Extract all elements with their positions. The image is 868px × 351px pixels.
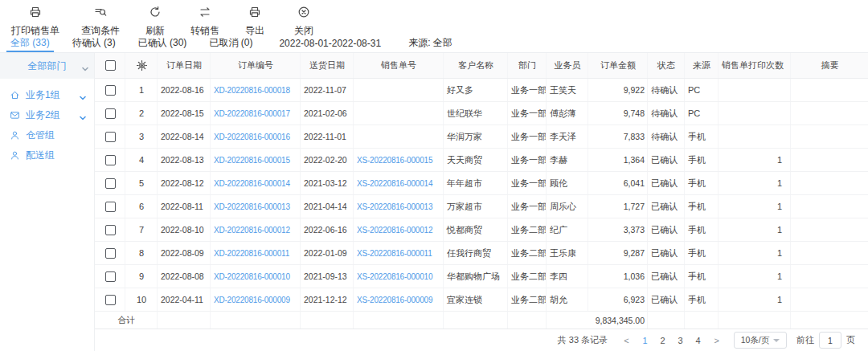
order-amount-cell: 7,833	[588, 125, 648, 148]
table-body: 1 2022-08-16 XD-20220816-000018 2022-11-…	[95, 79, 868, 312]
page-size-select[interactable]: 10条/页	[734, 332, 787, 349]
table-row: 4 2022-08-13 XD-20220816-000015 2022-02-…	[95, 149, 868, 172]
table-row: 6 2022-08-11 XD-20220816-000013 2021-04-…	[95, 195, 868, 218]
row-checkbox[interactable]	[105, 108, 116, 119]
row-number-cell: 6	[125, 195, 158, 218]
header-checkbox-cell	[95, 53, 125, 78]
sales-no-link[interactable]: XS-20220816-000015	[354, 149, 444, 171]
order-no-link[interactable]: XD-20220816-000013	[211, 195, 301, 218]
sidebar-item-label: 配送组	[26, 149, 55, 162]
sidebar-item-warehouse[interactable]: 仓管组	[0, 125, 94, 145]
sidebar-item-label: 仓管组	[26, 129, 55, 142]
order-date-cell: 2022-08-11	[158, 195, 211, 218]
row-checkbox[interactable]	[105, 295, 116, 305]
row-checkbox-cell	[95, 218, 125, 241]
row-checkbox[interactable]	[105, 132, 116, 142]
order-no-link[interactable]: XD-20220816-000018	[211, 79, 301, 101]
order-no-link[interactable]: XD-20220816-000009	[211, 288, 301, 311]
column-header-order-no[interactable]: 订单编号	[211, 53, 301, 78]
row-number-cell: 2	[125, 102, 158, 124]
order-no-link[interactable]: XD-20220816-000017	[211, 102, 301, 124]
order-amount-cell: 9,748	[588, 102, 648, 124]
row-checkbox[interactable]	[105, 202, 116, 212]
sidebar-item-group2[interactable]: 业务2组	[0, 105, 94, 125]
query-conditions-button[interactable]: 查询条件	[81, 6, 120, 38]
column-header-source[interactable]: 来源	[685, 53, 719, 78]
status-cell: 已确认	[648, 288, 685, 311]
column-header-print-count[interactable]: 销售单打印次数	[719, 53, 791, 78]
row-checkbox[interactable]	[105, 178, 116, 189]
delivery-date-cell: 2021-03-12	[301, 172, 354, 194]
next-page-arrow[interactable]: >	[711, 336, 723, 345]
source-filter[interactable]: 来源: 全部	[408, 34, 452, 52]
select-all-checkbox[interactable]	[105, 60, 116, 71]
filter-tab[interactable]: 已确认 (30)	[134, 34, 191, 52]
column-header-order-date[interactable]: 订单日期	[158, 53, 211, 78]
row-checkbox[interactable]	[105, 85, 116, 96]
transfer-to-sales-button[interactable]: 转销售	[190, 6, 219, 38]
sales-no-link[interactable]: XS-20220816-000014	[354, 172, 444, 194]
toolbar: 打印销售单 查询条件 刷新 转销售 导出 关闭	[0, 0, 868, 34]
column-header-delivery-date[interactable]: 送货日期	[301, 53, 354, 78]
export-button[interactable]: 导出	[241, 6, 268, 38]
order-no-link[interactable]: XD-20220816-000015	[211, 149, 301, 171]
table-row: 9 2022-08-08 XD-20220816-000010 2021-09-…	[95, 265, 868, 288]
source-cell: 手机	[685, 195, 719, 218]
customer-name-cell: 天天商贸	[444, 149, 508, 171]
order-no-link[interactable]: XD-20220816-000010	[211, 265, 301, 288]
page-button[interactable]: 1	[637, 334, 653, 347]
row-number-cell: 7	[125, 218, 158, 241]
chevron-down-icon	[80, 92, 86, 99]
order-no-link[interactable]: XD-20220816-000012	[211, 218, 301, 241]
sales-no-link[interactable]	[354, 79, 444, 101]
sales-no-link[interactable]	[354, 102, 444, 124]
row-checkbox-cell	[95, 172, 125, 194]
source-cell: 手机	[685, 288, 719, 311]
order-no-link[interactable]: XD-20220816-000011	[211, 242, 301, 264]
prev-page-arrow[interactable]: <	[620, 336, 632, 345]
sales-no-link[interactable]: XS-20220816-000011	[354, 242, 444, 264]
sales-no-link[interactable]: XS-20220816-000013	[354, 195, 444, 218]
row-checkbox[interactable]	[105, 155, 116, 165]
filter-tab[interactable]: 全部 (33)	[6, 34, 54, 52]
column-header-status[interactable]: 状态	[648, 53, 685, 78]
filter-tab[interactable]: 已取消 (0)	[205, 34, 256, 52]
print-count-cell: 1	[719, 218, 791, 241]
sales-no-link[interactable]: XS-20220816-000012	[354, 218, 444, 241]
sidebar-item-delivery[interactable]: 配送组	[0, 145, 94, 165]
sales-no-link[interactable]: XS-20220816-000009	[354, 288, 444, 311]
print-sales-order-button[interactable]: 打印销售单	[11, 6, 59, 38]
sales-no-link[interactable]	[354, 125, 444, 148]
gear-icon[interactable]	[136, 59, 148, 71]
order-no-link[interactable]: XD-20220816-000016	[211, 125, 301, 148]
column-header-sales-no[interactable]: 销售单号	[354, 53, 444, 78]
print-count-cell: 1	[719, 242, 791, 264]
page-button[interactable]: 3	[673, 334, 689, 347]
user-icon	[10, 130, 20, 141]
column-header-salesperson[interactable]: 业务员	[547, 53, 588, 78]
date-range-filter[interactable]: 2022-08-01-2022-08-31	[279, 34, 381, 52]
order-date-cell: 2022-08-08	[158, 265, 211, 288]
sidebar-item-group1[interactable]: 业务1组	[0, 85, 94, 105]
customer-name-cell: 世纪联华	[444, 102, 508, 124]
sales-no-link[interactable]: XS-20220816-000010	[354, 265, 444, 288]
department-selector[interactable]: 全部部门	[0, 53, 94, 79]
row-checkbox[interactable]	[105, 248, 116, 259]
column-header-department[interactable]: 部门	[508, 53, 547, 78]
refresh-button[interactable]: 刷新	[141, 6, 169, 38]
row-checkbox[interactable]	[105, 225, 116, 235]
order-no-link[interactable]: XD-20220816-000014	[211, 172, 301, 194]
column-header-customer[interactable]: 客户名称	[444, 53, 508, 78]
row-checkbox[interactable]	[105, 271, 116, 282]
filter-tab[interactable]: 待确认 (3)	[68, 34, 120, 52]
column-header-amount[interactable]: 订单金额	[588, 53, 648, 78]
column-header-summary[interactable]: 摘要	[791, 53, 868, 78]
row-number-cell: 1	[125, 79, 158, 101]
page-button[interactable]: 4	[690, 334, 706, 347]
close-button[interactable]: 关闭	[290, 6, 317, 38]
header-gear-cell	[125, 53, 158, 78]
page-button[interactable]: 2	[655, 334, 671, 347]
order-amount-cell: 1,727	[588, 195, 648, 218]
order-amount-cell: 9,922	[588, 79, 648, 101]
goto-page-input[interactable]: 1	[819, 332, 841, 349]
